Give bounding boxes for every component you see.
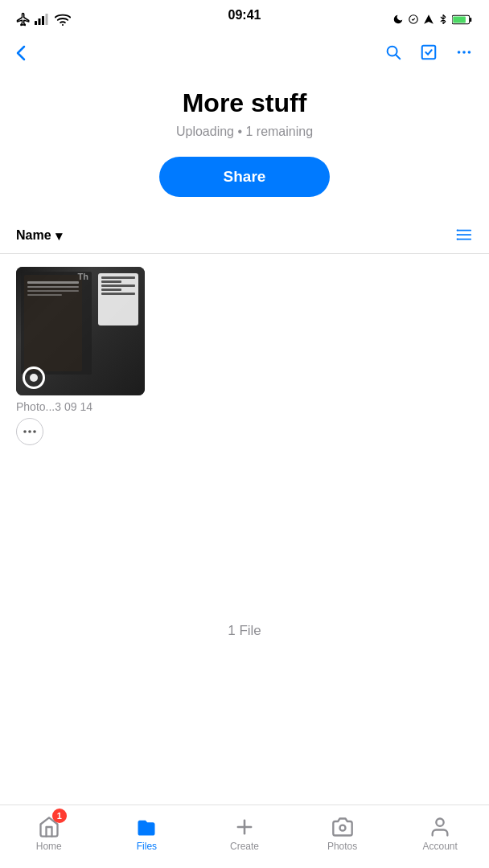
battery-icon [452, 14, 473, 25]
home-icon: 1 [38, 813, 60, 838]
svg-point-23 [33, 430, 36, 433]
status-right [392, 14, 473, 25]
sort-bar: Name ▾ [0, 218, 489, 254]
status-bar: 09:41 [0, 0, 489, 35]
create-icon [233, 813, 256, 838]
menu-overlay [98, 273, 138, 326]
svg-point-21 [23, 430, 27, 433]
back-button[interactable] [16, 42, 26, 63]
search-icon[interactable] [384, 43, 402, 61]
svg-point-12 [458, 51, 461, 54]
svg-line-10 [396, 55, 400, 59]
svg-point-4 [62, 24, 64, 26]
signal-icon [35, 14, 51, 25]
share-button[interactable]: Share [159, 157, 331, 197]
file-count: 1 File [0, 607, 489, 655]
sort-label: Name [16, 228, 51, 243]
location-lock-icon [408, 14, 419, 25]
file-grid: Th Photo...3 09 14 [0, 254, 489, 607]
nav-item-create[interactable]: Create [220, 813, 269, 852]
list-view-icon [455, 227, 473, 244]
files-icon [135, 813, 158, 838]
header-section: More stuff Uploading • 1 remaining Share [0, 69, 489, 210]
svg-point-19 [457, 234, 458, 235]
nav-actions [384, 43, 473, 61]
file-more-dots-icon [23, 430, 36, 433]
photo-text: Th [78, 272, 88, 281]
svg-point-20 [457, 238, 458, 240]
airplane-icon [16, 12, 31, 27]
svg-rect-2 [42, 16, 44, 25]
bluetooth-icon [438, 14, 448, 25]
file-item: Th Photo...3 09 14 [16, 267, 145, 445]
bottom-nav: 1 Home Files Create Photos [0, 805, 489, 868]
status-left [16, 12, 71, 27]
file-name: Photo...3 09 14 [16, 400, 145, 413]
nav-item-account[interactable]: Account [416, 813, 464, 852]
svg-rect-0 [35, 21, 37, 25]
account-icon [429, 813, 451, 838]
nav-item-home[interactable]: 1 Home [25, 813, 73, 852]
svg-point-14 [468, 51, 471, 54]
create-label: Create [230, 841, 259, 852]
svg-point-18 [457, 229, 458, 231]
top-nav [0, 35, 489, 69]
sort-chevron: ▾ [55, 228, 62, 244]
moon-icon [392, 14, 404, 25]
svg-rect-7 [470, 17, 471, 21]
home-label: Home [36, 841, 62, 852]
svg-rect-11 [422, 46, 436, 59]
upload-indicator [23, 366, 45, 389]
svg-point-22 [28, 430, 31, 433]
upload-status: Uploading • 1 remaining [16, 125, 473, 139]
nav-item-files[interactable]: Files [122, 813, 171, 852]
svg-point-13 [462, 51, 466, 54]
sort-name-button[interactable]: Name ▾ [16, 228, 62, 244]
location-icon [423, 14, 434, 25]
file-thumbnail[interactable]: Th [16, 267, 145, 395]
svg-rect-3 [46, 14, 48, 25]
svg-rect-1 [39, 18, 41, 25]
svg-rect-8 [453, 16, 466, 23]
svg-point-27 [437, 819, 444, 826]
photo-detail-2 [24, 275, 82, 371]
status-time: 09:41 [228, 8, 261, 23]
files-label: Files [137, 841, 157, 852]
svg-point-26 [339, 825, 345, 831]
page-title: More stuff [16, 88, 473, 118]
wifi-icon [55, 13, 71, 26]
home-badge: 1 [52, 809, 67, 823]
account-label: Account [422, 841, 457, 852]
list-view-button[interactable] [455, 227, 473, 244]
photos-icon [331, 813, 354, 838]
edit-icon[interactable] [420, 43, 438, 61]
photos-label: Photos [327, 841, 357, 852]
more-icon[interactable] [455, 43, 473, 61]
file-more-button[interactable] [16, 418, 43, 445]
nav-item-photos[interactable]: Photos [318, 813, 367, 852]
